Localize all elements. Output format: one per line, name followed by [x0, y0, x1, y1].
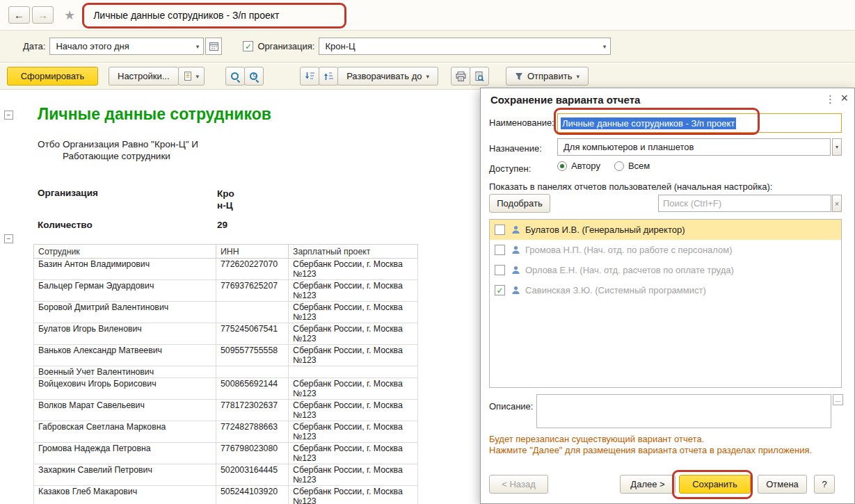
report-toolbar: Сформировать Настройки... ▾ ↻ Разворачив… — [0, 63, 855, 89]
name-value-selected: Личные данные сотрудников - З/п проект — [561, 117, 736, 129]
filter-value-line2: Работающие сотрудники — [63, 150, 198, 162]
close-icon[interactable]: × — [840, 91, 848, 106]
table-row[interactable]: Войцехович Игорь Борисович500865692144Сб… — [34, 378, 418, 400]
print-button[interactable] — [451, 67, 470, 86]
cell-name: Габровская Светлана Марковна — [34, 421, 216, 443]
cell-inn: 772620227070 — [216, 259, 289, 280]
table-row[interactable]: Булатов Игорь Виленович775245067541Сберб… — [34, 323, 418, 345]
next-hint-notice: Нажмите "Далее" для размещения варианта … — [489, 445, 812, 455]
cell-inn: 778172302637 — [216, 400, 289, 421]
overwrite-notice: Будет перезаписан существующий вариант о… — [489, 434, 704, 444]
print-preview-button[interactable] — [470, 67, 489, 86]
find-next-button[interactable]: ↻ — [244, 67, 264, 86]
send-button[interactable]: Отправить ▾ — [506, 67, 589, 86]
purpose-dropdown-button[interactable]: ▾ — [832, 138, 842, 156]
expand-group: Разворачивать до▾ — [300, 67, 438, 86]
cell-name: Булатов Игорь Виленович — [34, 323, 216, 345]
user-list-item[interactable]: Орлова Е.Н. (Нач. отд. расчетов по оплат… — [490, 260, 841, 280]
next-step-button[interactable]: Далее > — [620, 475, 676, 494]
collapse-levels-button[interactable] — [300, 67, 319, 86]
chevron-down-icon: ▾ — [426, 73, 429, 80]
calendar-icon — [209, 42, 218, 51]
cell-name: Базин Антон Владимирович — [34, 259, 216, 280]
user-checkbox[interactable] — [495, 265, 505, 275]
expand-levels-button[interactable] — [319, 67, 338, 86]
column-header-employee: Сотрудник — [34, 245, 216, 259]
table-row[interactable]: Габровская Светлана Марковна772482788663… — [34, 421, 418, 443]
org-combo[interactable]: Крон-Ц ▾ — [319, 38, 611, 55]
back-arrow-icon: ← — [14, 9, 24, 21]
table-row[interactable]: Волков Марат Савельевич778172302637Сберб… — [34, 400, 418, 421]
table-row[interactable]: Военный Учет Валентинович — [34, 366, 418, 378]
pick-button[interactable]: Подобрать — [489, 194, 550, 213]
cell-project: Сбербанк России, г. Москва №123 — [289, 464, 418, 486]
radio-all-label: Всем — [628, 161, 650, 171]
cancel-button[interactable]: Отмена — [758, 475, 807, 494]
org-checkbox[interactable]: ✓ — [243, 41, 253, 51]
cell-inn: 505244103920 — [216, 486, 289, 504]
window-title: Личные данные сотрудников - З/п проект — [93, 10, 279, 21]
calendar-button[interactable] — [205, 38, 222, 55]
table-row[interactable]: Боровой Дмитрий ВалентиновичСбербанк Рос… — [34, 302, 418, 323]
dialog-title: Сохранение варианта отчета — [490, 94, 640, 106]
description-more-button[interactable]: ... — [833, 394, 843, 405]
more-menu-icon[interactable]: ⋮ — [825, 93, 835, 106]
name-input[interactable]: Личные данные сотрудников - З/п проект — [557, 113, 842, 133]
clear-search-button[interactable]: × — [832, 195, 842, 212]
description-textarea[interactable] — [536, 394, 831, 428]
user-checkbox[interactable] — [495, 245, 505, 255]
org-value: Крон-Ц — [319, 41, 598, 51]
forward-button[interactable]: → — [32, 6, 54, 24]
collapse-group-button[interactable]: − — [4, 111, 13, 120]
find-button[interactable] — [225, 67, 245, 86]
user-list-item[interactable]: Громова Н.П. (Нач. отд. по работе с перс… — [490, 240, 841, 260]
search-input[interactable] — [658, 195, 831, 212]
table-row[interactable]: Захаркин Савелий Петрович502003164445Сбе… — [34, 464, 418, 486]
table-row[interactable]: Громова Надежда Петровна776798023080Сбер… — [34, 443, 418, 464]
back-button[interactable]: ← — [8, 6, 30, 24]
favorite-star-icon[interactable]: ★ — [64, 8, 75, 23]
help-button[interactable]: ? — [814, 475, 835, 494]
table-row[interactable]: Ваньков Александр Матвеевич509557755558С… — [34, 345, 418, 366]
nav-bar: ← → ★ Личные данные сотрудников - З/п пр… — [0, 0, 855, 31]
chevron-down-icon[interactable]: ▾ — [191, 38, 203, 54]
cell-inn: 502003164445 — [216, 464, 289, 486]
back-step-button[interactable]: < Назад — [489, 475, 548, 494]
chevron-down-icon[interactable]: ▾ — [598, 38, 610, 54]
cell-project: Сбербанк России, г. Москва №123 — [289, 400, 418, 421]
user-list-item[interactable]: Булатов И.В. (Генеральный директор) — [490, 220, 841, 240]
user-checkbox[interactable] — [495, 225, 505, 235]
forward-arrow-icon: → — [38, 9, 48, 21]
radio-selected-icon — [557, 161, 567, 171]
collapse-group-button[interactable]: − — [4, 234, 13, 243]
cell-project: Сбербанк России, г. Москва №123 — [289, 280, 418, 302]
generate-label: Сформировать — [21, 71, 85, 81]
cell-inn: 775245067541 — [216, 323, 289, 345]
table-row[interactable]: Казаков Глеб Макарович505244103920Сберба… — [34, 486, 418, 504]
generate-button[interactable]: Сформировать — [7, 67, 98, 86]
user-list-item[interactable]: ✓Савинская З.Ю. (Системный программист) — [490, 280, 841, 300]
radio-all[interactable]: Всем — [614, 161, 650, 171]
settings-button[interactable]: Настройки... — [109, 67, 179, 86]
date-combo[interactable]: Начало этого дня ▾ — [49, 38, 204, 55]
cell-inn — [216, 302, 289, 323]
person-icon — [511, 225, 520, 234]
filter-bar: Дата: Начало этого дня ▾ ✓ Организация: … — [0, 31, 855, 63]
expand-to-button[interactable]: Разворачивать до▾ — [337, 67, 438, 86]
table-row[interactable]: Базин Антон Владимирович772620227070Сбер… — [34, 259, 418, 280]
save-button[interactable]: Сохранить — [679, 475, 751, 494]
purpose-value: Для компьютеров и планшетов — [564, 142, 694, 152]
radio-author[interactable]: Автору — [557, 161, 600, 171]
radio-author-label: Автору — [571, 161, 600, 171]
cell-name: Войцехович Игорь Борисович — [34, 378, 216, 400]
cell-name: Бальцер Герман Эдуардович — [34, 280, 216, 302]
expand-to-label: Разворачивать до — [346, 71, 422, 81]
user-checkbox[interactable]: ✓ — [495, 285, 505, 295]
report-title: Личные данные сотрудников — [38, 105, 271, 124]
clear-icon: × — [835, 200, 839, 208]
purpose-combo[interactable]: Для компьютеров и планшетов — [557, 138, 831, 156]
report-variants-button[interactable]: ▾ — [178, 67, 205, 86]
filter-label: Отбо — [38, 138, 63, 162]
cell-project: Сбербанк России, г. Москва №123 — [289, 323, 418, 345]
table-row[interactable]: Бальцер Герман Эдуардович776937625207Сбе… — [34, 280, 418, 302]
